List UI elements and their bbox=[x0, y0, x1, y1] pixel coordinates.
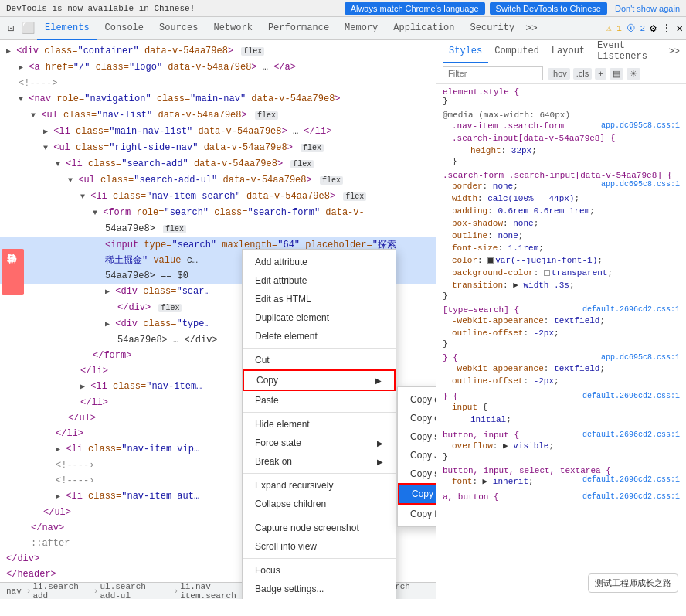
style-props: border: none; width: calc(100% - 44px); … bbox=[443, 180, 680, 291]
element-line[interactable]: ▶ <li class="main-nav-list" data-v-54aa7… bbox=[0, 124, 436, 140]
style-close: } bbox=[443, 339, 680, 349]
hov-button[interactable]: :hov bbox=[548, 68, 570, 80]
ctx-delete[interactable]: Delete element bbox=[243, 327, 396, 345]
notification-bar: DevTools is now available in Chinese! Al… bbox=[0, 0, 686, 17]
tab-event-listeners[interactable]: Event Listeners bbox=[591, 40, 669, 63]
ctx-scroll[interactable]: Scroll into view bbox=[243, 537, 396, 556]
tab-layout[interactable]: Layout bbox=[545, 40, 591, 63]
more-tabs-icon[interactable]: >> bbox=[525, 22, 538, 34]
style-prop: width: calc(100% - 44px); bbox=[452, 192, 680, 205]
media-query: @media (max-width: 640px) bbox=[443, 111, 680, 120]
ctx-collapse[interactable]: Collapse children bbox=[243, 495, 396, 513]
submenu-copy-outerhtml[interactable]: Copy outerHTML bbox=[398, 409, 436, 427]
ctx-hide[interactable]: Hide element bbox=[243, 415, 396, 434]
tab-computed[interactable]: Computed bbox=[488, 40, 545, 63]
tab-console[interactable]: Console bbox=[97, 17, 151, 40]
submenu-copy-selector[interactable]: Copy selector bbox=[398, 427, 436, 446]
match-language-button[interactable]: Always match Chrome's language bbox=[345, 2, 485, 15]
switch-devtools-button[interactable]: Switch DevTools to Chinese bbox=[490, 2, 607, 15]
element-line[interactable]: ▼ <ul class="search-add-ul" data-v-54aa7… bbox=[0, 172, 436, 189]
annotation-label: 右键 bbox=[2, 249, 24, 295]
separator bbox=[243, 516, 396, 516]
style-prop: .search-input[data-v-54aa79e8] { bbox=[452, 132, 680, 145]
ctx-copy[interactable]: Copy ▶ bbox=[243, 369, 396, 391]
elements-panel: 右键 ▶ <div class="container" data-v-54aa7… bbox=[0, 40, 436, 599]
filter-input[interactable] bbox=[443, 66, 543, 80]
ctx-force-state[interactable]: Force state ▶ bbox=[243, 434, 396, 452]
ctx-screenshot[interactable]: Capture node screenshot bbox=[243, 519, 396, 537]
mobile-icon[interactable]: ⬜ bbox=[20, 21, 36, 36]
element-line[interactable]: ▼ <ul class="nav-list" data-v-54aa79e8> … bbox=[0, 107, 436, 124]
submenu-copy-jspath[interactable]: Copy JS path bbox=[398, 446, 436, 465]
ellipsis-icon[interactable]: ⋮ bbox=[661, 22, 672, 35]
style-prop: .nav-item .search-form app.dc695c8.css:1 bbox=[452, 120, 680, 132]
style-prop: outline-offset: -2px; bbox=[452, 375, 680, 387]
watermark-text: 测试工程师成长之路 bbox=[595, 579, 671, 588]
ctx-edit-html[interactable]: Edit as HTML bbox=[243, 290, 396, 308]
element-line[interactable]: 54aa79e8> flex bbox=[0, 221, 436, 237]
style-block-media: @media (max-width: 640px) .nav-item .sea… bbox=[443, 111, 680, 166]
styles-filter-bar: :hov .cls + ▤ ☀ bbox=[436, 63, 686, 84]
styles-content: element.style { } @media (max-width: 640… bbox=[436, 84, 686, 599]
style-block-button-input-select: button, input, select, textarea { defaul… bbox=[443, 466, 680, 488]
style-prop: -webkit-appearance: textfield; bbox=[452, 362, 680, 375]
tab-security[interactable]: Security bbox=[463, 17, 523, 40]
separator bbox=[243, 558, 396, 559]
ctx-badge-settings[interactable]: Badge settings... bbox=[243, 580, 396, 598]
new-style-button[interactable]: ▤ bbox=[610, 68, 623, 80]
element-line[interactable]: ▶ <div class="container" data-v-54aa79e8… bbox=[0, 43, 436, 60]
tab-styles[interactable]: Styles bbox=[443, 40, 488, 63]
style-close: } bbox=[443, 452, 680, 461]
element-line[interactable]: ▼ <ul class="right-side-nav" data-v-54aa… bbox=[0, 140, 436, 156]
color-scheme-button[interactable]: ☀ bbox=[627, 68, 640, 80]
style-block-element: element.style { } bbox=[443, 87, 680, 106]
ctx-expand[interactable]: Expand recursively bbox=[243, 476, 396, 495]
tab-memory[interactable]: Memory bbox=[337, 17, 385, 40]
style-block-anchor: a, button { default.2696cd2.css:1 bbox=[443, 492, 680, 502]
cls-button[interactable]: .cls bbox=[573, 68, 593, 80]
inspect-icon[interactable]: ⊡ bbox=[3, 21, 19, 36]
style-prop: initial; bbox=[452, 414, 680, 426]
tab-application[interactable]: Application bbox=[385, 17, 462, 40]
element-line[interactable]: ▼ <nav role="navigation" class="main-nav… bbox=[0, 91, 436, 107]
ctx-paste[interactable]: Paste bbox=[243, 391, 396, 410]
style-block-search-form: .search-form .search-input[data-v-54aa79… bbox=[443, 171, 680, 301]
tab-sources[interactable]: Sources bbox=[151, 17, 205, 40]
ctx-focus[interactable]: Focus bbox=[243, 561, 396, 580]
element-line[interactable]: <!----> bbox=[0, 76, 436, 91]
ctx-edit-attribute[interactable]: Edit attribute bbox=[243, 271, 396, 290]
settings-icon[interactable]: ⚙ bbox=[650, 22, 656, 35]
ctx-cut[interactable]: Cut bbox=[243, 351, 396, 369]
ctx-duplicate[interactable]: Duplicate element bbox=[243, 308, 396, 327]
style-block-default2: } { default.2696cd2.css:1 input { initia… bbox=[443, 392, 680, 426]
style-close: } bbox=[443, 291, 680, 301]
style-selector: element.style { bbox=[443, 87, 680, 97]
submenu-copy-element[interactable]: Copy element bbox=[398, 390, 436, 409]
submenu-copy-xpath[interactable]: Copy XPath bbox=[398, 483, 436, 505]
element-line[interactable]: ▼ <li class="search-add" data-v-54aa79e8… bbox=[0, 156, 436, 172]
right-tabs-more[interactable]: >> bbox=[669, 46, 680, 57]
style-prop: height: 32px; bbox=[452, 145, 680, 157]
ctx-break-on[interactable]: Break on ▶ bbox=[243, 452, 396, 471]
breadcrumb-item[interactable]: nav bbox=[6, 587, 22, 596]
submenu-copy-styles[interactable]: Copy styles bbox=[398, 465, 436, 483]
element-line[interactable]: ▼ <form role="search" class="search-form… bbox=[0, 205, 436, 221]
style-prop: padding: 0.6rem 0.6rem 1rem; bbox=[452, 205, 680, 217]
breadcrumb-item[interactable]: ul.search-add-ul bbox=[100, 582, 168, 599]
dont-show-button[interactable]: Don't show again bbox=[615, 4, 680, 13]
style-prop: outline-offset: -2px; bbox=[452, 327, 680, 339]
tab-elements[interactable]: Elements bbox=[37, 17, 97, 40]
plus-button[interactable]: + bbox=[595, 68, 606, 80]
style-close: } bbox=[443, 97, 680, 106]
close-icon[interactable]: ✕ bbox=[677, 22, 683, 35]
style-prop: font-size: 1.1rem; bbox=[452, 242, 680, 254]
element-line[interactable]: ▶ <a href="/" class="logo" data-v-54aa79… bbox=[0, 60, 436, 76]
warning-badge: ⚠ 1 bbox=[606, 23, 622, 33]
ctx-add-attribute[interactable]: Add attribute bbox=[243, 253, 396, 271]
breadcrumb-item[interactable]: li.search-add bbox=[32, 582, 88, 599]
tab-network[interactable]: Network bbox=[205, 17, 260, 40]
element-line[interactable]: ▼ <li class="nav-item search" data-v-54a… bbox=[0, 189, 436, 205]
submenu-copy-full-xpath[interactable]: Copy full XPath bbox=[398, 505, 436, 523]
main-layout: 右键 ▶ <div class="container" data-v-54aa7… bbox=[0, 40, 686, 599]
tab-performance[interactable]: Performance bbox=[260, 17, 337, 40]
